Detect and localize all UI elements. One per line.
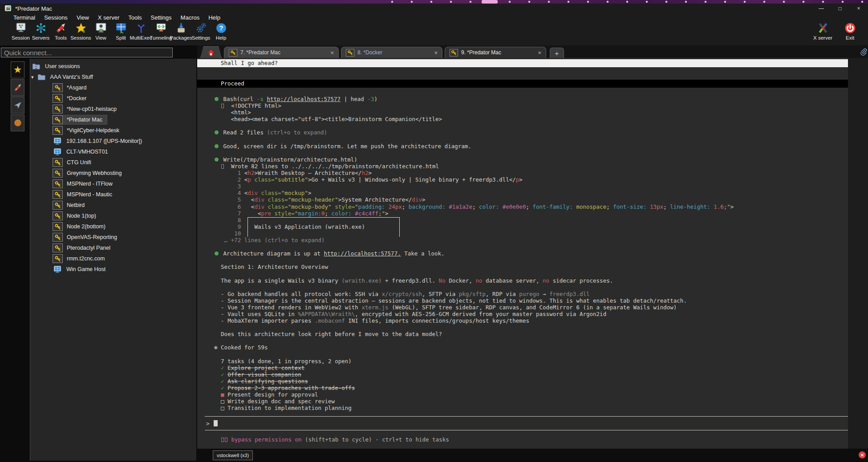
toolbar-button-servers[interactable]: Servers — [31, 21, 51, 41]
close-icon[interactable]: × — [533, 49, 541, 56]
session-item-label: Pterodactyl Panel — [67, 245, 110, 251]
ssh-key-icon — [53, 115, 63, 124]
terminal-line: - Go backend handles all protocol work: … — [197, 291, 848, 297]
rail-button-tools-knife-icon[interactable] — [11, 79, 24, 96]
tab-7-predator-mac[interactable]: 7. *Predator Mac× — [224, 47, 339, 58]
menu-item-x-server[interactable]: X server — [93, 14, 124, 21]
tab-8-docker[interactable]: 8. *Docker× — [341, 47, 442, 58]
new-tab-button[interactable]: + — [550, 48, 564, 58]
terminal-row: Shall I go ahead? Proceed Bash(curl -s h… — [197, 58, 868, 449]
session-tree-item[interactable]: Netbird — [53, 200, 89, 210]
exit-power-icon — [844, 22, 856, 34]
session-tree-item[interactable]: *Asgard — [53, 83, 91, 93]
session-tree-item[interactable]: 192.168.1.107 ([UPS-Monitor]) — [53, 136, 146, 146]
session-tree-item[interactable]: CTG Unifi — [53, 158, 96, 167]
terminal-line: 10 — [197, 230, 848, 237]
paperclip-icon[interactable] — [860, 48, 868, 57]
toolbar-button-session[interactable]: Session — [11, 21, 31, 41]
menu-item-terminal[interactable]: Terminal — [9, 14, 40, 21]
toolbar-button-packages[interactable]: Packages — [171, 21, 191, 41]
session-tree-item[interactable]: *Docker — [53, 93, 91, 103]
menu-bar: TerminalSessionsViewX serverToolsSetting… — [0, 13, 868, 21]
bottom-session-tab[interactable]: vstockwell (x3) — [213, 450, 253, 460]
toolbar-button-tools[interactable]: Tools — [51, 21, 71, 41]
mobaxterm-logo-icon — [4, 5, 12, 12]
toolbar-button-exit[interactable]: Exit — [840, 21, 860, 41]
claude-dialog-question: Shall I go ahead? — [197, 59, 848, 67]
session-tree-item[interactable]: OpenVAS-Reporting — [53, 232, 122, 242]
svg-text:?: ? — [219, 24, 223, 32]
close-icon[interactable]: × — [326, 49, 334, 56]
home-tab[interactable] — [200, 46, 222, 58]
rail-button-network-globe-icon[interactable] — [11, 114, 24, 131]
session-item-label: rmm.t2cnc.com — [67, 255, 105, 262]
menu-item-tools[interactable]: Tools — [124, 14, 146, 21]
session-item-wrap: OpenVAS-Reporting — [53, 233, 122, 242]
terminal-blank-line — [197, 270, 848, 277]
session-tree-item[interactable]: Node 2(bottom) — [53, 222, 110, 231]
terminal-line: - Vault uses SQLite in %APPDATA%\Wraith\… — [197, 311, 848, 317]
terminal-blank-line — [197, 284, 848, 291]
session-tree-item[interactable]: rmm.t2cnc.com — [53, 254, 109, 263]
minimize-button[interactable]: — — [812, 4, 831, 13]
session-item-wrap: Greyming Webhosting — [53, 169, 126, 178]
session-item-label: 192.168.1.107 ([UPS-Monitor]) — [66, 138, 142, 144]
toolbar-button-x server[interactable]: X server — [813, 21, 833, 41]
session-tree-item[interactable]: *New-cp01-heistacp — [53, 104, 121, 114]
terminal-right-margin — [848, 58, 868, 449]
toolbar-label: Servers — [32, 35, 50, 41]
terminal-line: □ Write design doc and spec review — [197, 398, 848, 405]
toolbar-button-multiexec[interactable]: MultiExec — [131, 21, 151, 41]
claude-input-box[interactable]: > — [205, 416, 848, 430]
session-item-wrap: Netbird — [53, 201, 89, 210]
session-item-label: Netbird — [67, 202, 85, 208]
menu-item-settings[interactable]: Settings — [146, 14, 176, 21]
maximize-button[interactable]: □ — [831, 4, 849, 13]
toolbar-button-help[interactable]: ?Help — [211, 21, 231, 41]
session-tree-item[interactable]: *Predator Mac — [53, 115, 107, 125]
help-icon: ? — [215, 22, 227, 34]
close-button[interactable]: × — [849, 4, 868, 13]
menu-item-help[interactable]: Help — [204, 14, 225, 21]
menu-item-view[interactable]: View — [72, 14, 93, 21]
ssh-key-icon — [53, 158, 63, 167]
tree-folder-aaa-vantzs-stuff[interactable]: ▾AAA Vantz's Stuff — [31, 72, 93, 82]
terminal-line: - Session Manager is the central abstrac… — [197, 297, 848, 304]
rail-button-macros-plane-icon[interactable] — [11, 97, 24, 113]
menu-item-macros[interactable]: Macros — [176, 14, 204, 21]
close-circle-icon[interactable]: ✕ — [859, 451, 866, 458]
terminal-line: The app is a single Wails v3 binary (wra… — [197, 277, 848, 284]
session-tree-item[interactable]: CLT-VMHOST01 — [53, 147, 113, 157]
session-item-wrap: Node 2(bottom) — [53, 222, 110, 231]
toolbar-button-view[interactable]: View — [91, 21, 111, 41]
close-icon[interactable]: × — [430, 49, 438, 56]
quick-connect-input[interactable] — [1, 48, 173, 57]
main-area: 7. *Predator Mac×8. *Docker×9. *Predator… — [197, 45, 868, 462]
session-tree-item[interactable]: MSPNerd - ITFlow — [53, 179, 117, 189]
terminal-line: ✓ Ask clarifying questions — [197, 378, 848, 385]
tab-9-predator-mac[interactable]: 9. *Predator Mac× — [445, 47, 546, 58]
session-tree-item[interactable]: Win Game Host — [53, 264, 110, 274]
session-item-label: CTG Unifi — [67, 159, 91, 166]
toolbar-button-tunneling[interactable]: Tunneling — [151, 21, 171, 41]
tree-root-user-sessions[interactable]: User sessions — [31, 61, 80, 71]
ssh-key-icon — [53, 243, 63, 252]
claude-dialog-option-proceed[interactable]: Proceed — [197, 80, 848, 88]
toolbar-button-sessions[interactable]: Sessions — [71, 21, 91, 41]
tab-label: 8. *Docker — [357, 49, 382, 56]
rail-button-sessions-star-icon[interactable]: ★ — [11, 61, 24, 78]
toolbar-button-settings[interactable]: Settings — [191, 21, 211, 41]
session-tree-item[interactable]: *VigilCyber-Helpdesk — [53, 126, 124, 135]
session-tree-item[interactable]: Node 1(top) — [53, 211, 101, 221]
session-item-wrap: Pterodactyl Panel — [53, 243, 115, 252]
terminal-line: Wrote 82 lines to ../../../../tmp/brains… — [197, 163, 848, 170]
session-tree-item[interactable]: MSPNerd - Mautic — [53, 190, 117, 199]
session-tree-item[interactable]: Pterodactyl Panel — [53, 243, 115, 253]
menu-item-sessions[interactable]: Sessions — [40, 14, 72, 21]
terminal-line: 8 — [197, 217, 848, 223]
session-tree-item[interactable]: Greyming Webhosting — [53, 168, 126, 178]
ssh-key-icon — [53, 126, 63, 135]
toolbar-button-split[interactable]: Split — [111, 21, 131, 41]
prompt-char: > — [205, 420, 210, 427]
session-item-label: *Docker — [67, 95, 86, 101]
